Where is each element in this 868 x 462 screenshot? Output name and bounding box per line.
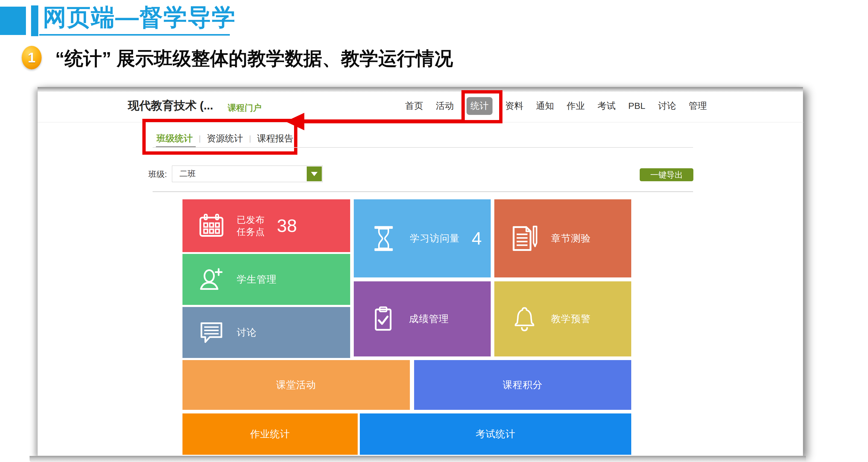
tile-label: 考试统计 [476,428,516,441]
tab-class-statistics[interactable]: 班级统计 [157,132,193,145]
tile-value: 4 [472,228,482,249]
tile-label: 作业统计 [250,428,290,441]
decorative-bar [31,5,38,36]
tile-label: 成绩管理 [409,312,449,326]
document-pen-icon [509,223,539,254]
tile-grade-management[interactable]: 成绩管理 [354,281,491,357]
export-button[interactable]: 一键导出 [640,168,693,181]
point-number-badge: 1 [22,46,42,69]
tab-resource-statistics[interactable]: 资源统计 [207,132,243,145]
class-filter-label: 班级: [148,169,167,180]
nav-item-manage[interactable]: 管理 [689,100,707,112]
clipboard-check-icon [369,305,398,333]
point-number: 1 [28,50,36,66]
annotation-box-statistics [461,90,502,123]
tile-label: 学生管理 [237,273,277,286]
tile-course-points[interactable]: 课程积分 [414,360,631,410]
tab-separator: | [249,134,251,143]
tile-homework-stats[interactable]: 作业统计 [183,413,358,455]
banner-title-underline [39,34,230,36]
tile-published-tasks[interactable]: 已发布 任务点 38 [183,199,350,252]
class-select[interactable]: 二班 [172,165,323,182]
tile-class-activity[interactable]: 课堂活动 [183,360,410,410]
tile-label: 已发布 任务点 [237,214,265,238]
webpage-screenshot-panel: 现代教育技术 (... 课程门户 首页 活动 统计 资料 通知 作业 考试 PB… [37,87,803,456]
tile-label: 教学预警 [551,312,591,326]
tile-discussion[interactable]: 讨论 [183,307,350,358]
tile-label: 课堂活动 [276,378,316,392]
hourglass-icon [369,222,398,255]
tile-label: 学习访问量 [410,232,460,245]
nav-item-activity[interactable]: 活动 [436,100,454,112]
tile-label: 讨论 [237,326,257,339]
nav-item-home[interactable]: 首页 [405,100,423,112]
nav-item-homework[interactable]: 作业 [567,100,585,112]
decorative-square [0,7,26,35]
tile-student-management[interactable]: 学生管理 [183,254,350,305]
nav-item-discussion[interactable]: 讨论 [658,100,676,112]
tile-label: 课程积分 [503,378,542,392]
tile-chapter-quiz[interactable]: 章节测验 [494,199,631,277]
nav-item-materials[interactable]: 资料 [505,100,523,112]
tile-teaching-alert[interactable]: 教学预警 [494,281,631,357]
nav-item-exam[interactable]: 考试 [597,100,616,112]
window-bottom-edge [30,456,806,462]
tab-course-report[interactable]: 课程报告 [257,132,293,145]
annotation-arrow-line [304,119,462,123]
tile-label: 章节测验 [551,232,591,245]
course-portal-link[interactable]: 课程门户 [228,102,261,114]
tabs-underline [153,147,693,148]
add-user-icon [197,266,225,294]
course-title: 现代教育技术 (... [128,98,213,113]
nav-item-pbl[interactable]: PBL [628,101,645,111]
tile-learning-visits[interactable]: 学习访问量 4 [354,199,491,277]
slide: 网页端—督学导学 1 “统计” 展示班级整体的教学数据、教学运行情况 现代教育技… [0,0,868,462]
tab-separator: | [199,134,201,143]
main-nav: 首页 活动 统计 资料 通知 作业 考试 PBL 讨论 管理 [405,96,707,116]
chat-icon [197,319,225,346]
banner-title: 网页端—督学导学 [43,2,236,33]
tile-exam-stats[interactable]: 考试统计 [360,413,631,455]
window-top-edge [38,87,803,92]
calendar-icon [197,212,225,240]
class-select-value: 二班 [180,166,196,182]
bell-icon [509,303,539,335]
chevron-down-icon[interactable] [307,166,322,181]
filter-divider [153,191,693,192]
nav-item-notice[interactable]: 通知 [536,100,554,112]
tile-value: 38 [277,215,297,236]
stats-tabs: 班级统计 | 资源统计 | 课程报告 [157,132,293,145]
point-text: “统计” 展示班级整体的教学数据、教学运行情况 [55,46,453,71]
